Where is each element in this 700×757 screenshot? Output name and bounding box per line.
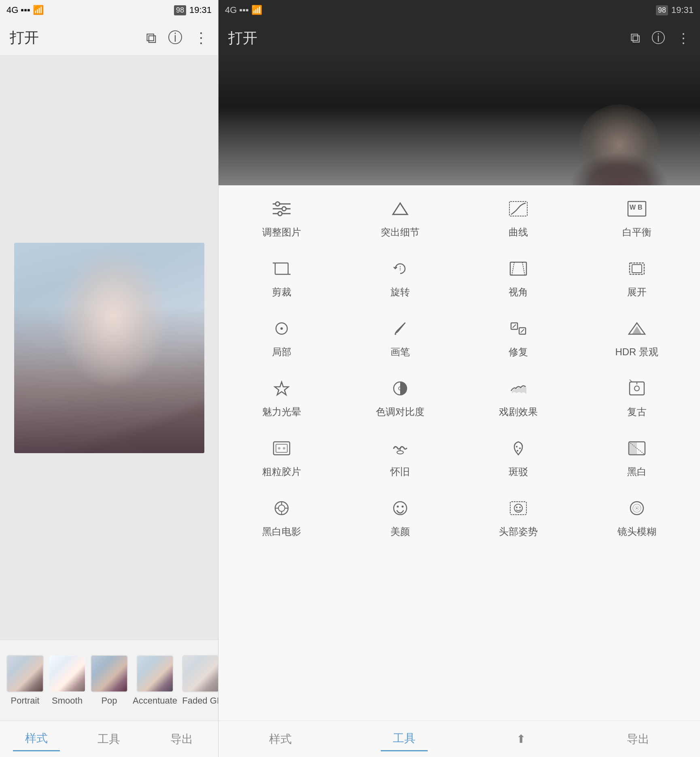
tool-label-grainfilm: 粗粒胶片 — [262, 465, 301, 478]
svg-point-32 — [634, 386, 639, 391]
filter-accentuate[interactable]: Accentuate — [133, 655, 177, 706]
filter-portrait[interactable]: Portrait — [6, 655, 44, 706]
right-tab-style[interactable]: 样式 — [257, 727, 304, 751]
tool-row-6: 黑白电影 美颜 — [223, 493, 696, 545]
tool-crop[interactable]: 剪裁 — [229, 253, 334, 305]
tool-grainfilm[interactable]: 粗粒胶片 — [229, 433, 334, 485]
layers-icon[interactable]: ⧉ — [146, 30, 157, 47]
filter-label-pop: Pop — [101, 696, 117, 706]
curves-icon — [508, 200, 529, 221]
svg-rect-54 — [510, 502, 526, 515]
tool-wb[interactable]: W B 白平衡 — [584, 193, 689, 245]
right-tab-share[interactable]: ⬆ — [504, 728, 538, 750]
tool-row-4: 魅力光晕 色调对比度 — [223, 373, 696, 425]
tool-adjust[interactable]: 调整图片 — [229, 193, 334, 245]
grainfilm-icon — [271, 439, 292, 460]
filter-thumb-pop — [91, 655, 128, 692]
tools-grid: 调整图片 突出细节 曲线 — [218, 185, 700, 721]
hair-silhouette — [571, 121, 668, 185]
tool-hdr[interactable]: HDR 景观 — [584, 313, 689, 365]
tool-label-curves: 曲线 — [509, 226, 528, 239]
svg-line-16 — [512, 262, 514, 275]
filter-thumb-smooth — [49, 655, 86, 692]
tool-dappled[interactable]: 斑驳 — [466, 433, 571, 485]
signal-icon: 4G — [6, 5, 18, 15]
tool-beauty[interactable]: 美颜 — [348, 493, 453, 545]
adjust-icon — [271, 200, 292, 221]
tool-label-rotate: 旋转 — [390, 286, 410, 299]
tool-label-perspective: 视角 — [509, 286, 528, 299]
svg-point-3 — [282, 207, 286, 211]
svg-point-57 — [519, 507, 521, 508]
tool-row-3: 局部 画笔 — [223, 313, 696, 365]
tool-label-heal: 修复 — [509, 346, 528, 358]
left-status-bar: 4G ▪▪▪ 📶 98 19:31 — [0, 0, 218, 20]
svg-point-21 — [280, 327, 283, 330]
tool-bwfilm[interactable]: 黑白电影 — [229, 493, 334, 545]
tool-label-bwfilm: 黑白电影 — [262, 525, 301, 538]
svg-rect-11 — [275, 263, 288, 274]
more-icon[interactable]: ⋮ — [194, 30, 208, 47]
tool-row-5: 粗粒胶片 怀旧 — [223, 433, 696, 485]
right-more-icon[interactable]: ⋮ — [677, 30, 690, 46]
retro-icon — [626, 380, 647, 401]
filter-thumb-portrait — [6, 655, 44, 692]
tool-nostalgia[interactable]: 怀旧 — [348, 433, 453, 485]
svg-text:W: W — [630, 204, 636, 211]
right-signal-icon: 4G — [225, 5, 237, 15]
tool-label-drama: 戏剧效果 — [499, 405, 538, 418]
svg-point-40 — [516, 446, 518, 447]
right-tab-tools[interactable]: 工具 — [381, 727, 428, 751]
info-icon[interactable]: ⓘ — [168, 28, 182, 48]
tool-lensblur[interactable]: 镜头模糊 — [584, 493, 689, 545]
right-status-left: 4G ▪▪▪ 📶 — [225, 5, 262, 15]
time-display: 19:31 — [189, 5, 212, 15]
signal-bars: ▪▪▪ — [21, 5, 30, 15]
tool-brush[interactable]: 画笔 — [348, 313, 453, 365]
filter-pop[interactable]: Pop — [91, 655, 128, 706]
tool-local[interactable]: 局部 — [229, 313, 334, 365]
tool-retro[interactable]: 复古 — [584, 373, 689, 425]
tool-detail[interactable]: 突出细节 — [348, 193, 453, 245]
svg-point-38 — [397, 451, 403, 454]
tab-tools[interactable]: 工具 — [85, 727, 132, 751]
tool-label-adjust: 调整图片 — [262, 226, 301, 239]
tool-curves[interactable]: 曲线 — [466, 193, 571, 245]
drama-icon — [508, 380, 529, 401]
svg-point-37 — [283, 447, 285, 450]
tab-style[interactable]: 样式 — [13, 727, 60, 751]
detail-icon — [390, 200, 411, 221]
tool-perspective[interactable]: 视角 — [466, 253, 571, 305]
svg-point-52 — [397, 506, 399, 508]
tool-glamglow[interactable]: 魅力光晕 — [229, 373, 334, 425]
tool-headpose[interactable]: 头部姿势 — [466, 493, 571, 545]
right-top-bar: 打开 ⧉ ⓘ ⋮ — [218, 20, 700, 56]
svg-marker-6 — [393, 203, 407, 214]
tab-export[interactable]: 导出 — [158, 727, 205, 751]
right-open-button[interactable]: 打开 — [228, 28, 257, 48]
filter-faded[interactable]: Faded GI — [182, 655, 218, 706]
rotate-icon — [390, 260, 411, 281]
tool-heal[interactable]: 修复 — [466, 313, 571, 365]
tool-expand[interactable]: 展开 — [584, 253, 689, 305]
right-image-content — [218, 56, 700, 185]
svg-line-17 — [522, 262, 525, 275]
filter-strip: Portrait Smooth Pop Accentuate Faded GI — [0, 640, 218, 721]
left-status-right: 98 19:31 — [174, 5, 212, 15]
left-open-button[interactable]: 打开 — [10, 28, 39, 48]
tool-tonecontrast[interactable]: 色调对比度 — [348, 373, 453, 425]
right-layers-icon[interactable]: ⧉ — [630, 30, 640, 46]
filter-smooth[interactable]: Smooth — [49, 655, 86, 706]
crop-icon — [271, 260, 292, 281]
lensblur-icon — [626, 499, 647, 520]
right-tab-export[interactable]: 导出 — [615, 727, 662, 751]
tool-label-brush: 画笔 — [390, 346, 410, 358]
tool-rotate[interactable]: 旋转 — [348, 253, 453, 305]
filter-label-accentuate: Accentuate — [133, 696, 177, 706]
right-info-icon[interactable]: ⓘ — [651, 29, 665, 47]
left-bottom-tab-bar: 样式 工具 导出 — [0, 721, 218, 757]
tool-drama[interactable]: 戏剧效果 — [466, 373, 571, 425]
perspective-icon — [508, 260, 529, 281]
tool-bw[interactable]: 黑白 — [584, 433, 689, 485]
tool-label-wb: 白平衡 — [622, 226, 651, 239]
